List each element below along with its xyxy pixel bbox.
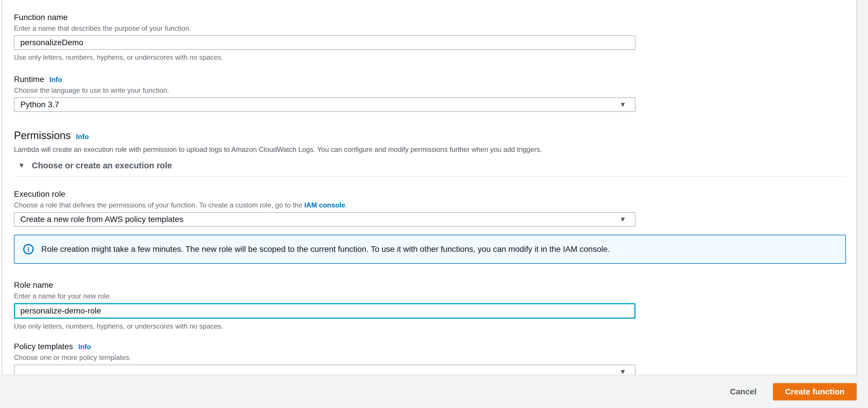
info-circle-icon: i	[23, 244, 34, 254]
execution-role-description: Choose a role that defines the permissio…	[14, 200, 846, 210]
page-right-gutter	[857, 0, 868, 408]
cancel-button[interactable]: Cancel	[724, 387, 763, 397]
function-name-label: Function name	[14, 12, 846, 23]
form-footer: Cancel Create function	[0, 375, 868, 408]
chevron-down-icon: ▼	[619, 368, 626, 375]
execution-role-group: Execution role Choose a role that define…	[14, 189, 846, 227]
execution-role-expander[interactable]: ▼ Choose or create an execution role	[14, 160, 846, 171]
role-creation-info-alert: i Role creation might take a few minutes…	[14, 235, 846, 264]
iam-console-link[interactable]: IAM console	[304, 201, 345, 209]
section-divider	[14, 176, 846, 177]
function-name-group: Function name Enter a name that describe…	[14, 12, 846, 62]
permissions-heading: Permissions	[14, 129, 71, 142]
role-name-label: Role name	[14, 280, 846, 290]
execution-role-label: Execution role	[14, 189, 846, 199]
execution-role-description-prefix: Choose a role that defines the permissio…	[14, 201, 304, 209]
role-name-hint: Use only letters, numbers, hyphens, or u…	[14, 322, 846, 331]
permissions-info-link[interactable]: Info	[76, 133, 89, 141]
create-function-button[interactable]: Create function	[773, 383, 857, 401]
permissions-description: Lambda will create an execution role wit…	[14, 145, 846, 154]
runtime-selected-value: Python 3.7	[20, 100, 59, 109]
function-name-input[interactable]	[14, 35, 636, 50]
execution-role-select[interactable]: Create a new role from AWS policy templa…	[14, 212, 636, 227]
role-name-group: Role name Enter a name for your new role…	[14, 280, 846, 331]
permissions-section-header: PermissionsInfo	[14, 129, 846, 142]
policy-templates-select[interactable]: ▼	[14, 365, 636, 375]
function-name-description: Enter a name that describes the purpose …	[14, 24, 846, 33]
role-name-description: Enter a name for your new role.	[14, 291, 846, 301]
policy-templates-info-link[interactable]: Info	[78, 343, 91, 351]
expander-triangle-icon: ▼	[18, 161, 25, 169]
runtime-label: Runtime	[14, 75, 44, 84]
create-function-form-panel: Function name Enter a name that describe…	[2, 0, 857, 375]
execution-role-selected-value: Create a new role from AWS policy templa…	[20, 215, 183, 224]
chevron-down-icon: ▼	[619, 100, 626, 109]
policy-templates-description: Choose one or more policy templates.	[14, 353, 846, 362]
runtime-info-link[interactable]: Info	[49, 75, 62, 84]
runtime-group: RuntimeInfo Choose the language to use t…	[14, 74, 846, 112]
policy-templates-label: Policy templates	[14, 342, 73, 351]
function-name-hint: Use only letters, numbers, hyphens, or u…	[14, 53, 846, 62]
role-creation-alert-text: Role creation might take a few minutes. …	[41, 244, 610, 255]
role-name-input[interactable]	[14, 303, 636, 319]
execution-role-expander-label: Choose or create an execution role	[32, 160, 172, 171]
chevron-down-icon: ▼	[619, 215, 626, 223]
runtime-select[interactable]: Python 3.7 ▼	[14, 97, 636, 112]
execution-role-description-suffix: .	[345, 201, 347, 209]
policy-templates-group: Policy templatesInfo Choose one or more …	[14, 341, 846, 375]
runtime-description: Choose the language to use to write your…	[14, 86, 846, 95]
